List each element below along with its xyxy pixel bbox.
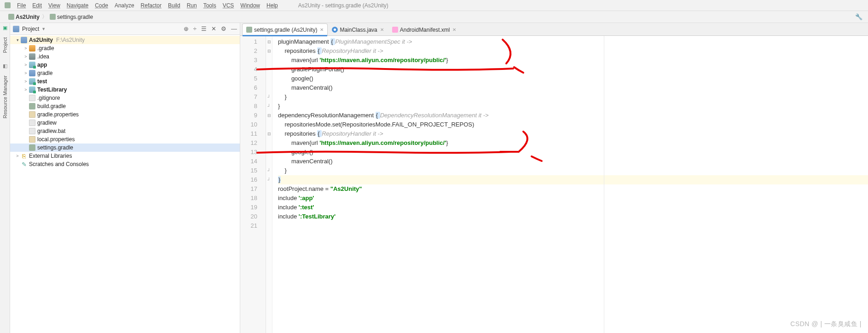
menu-navigate[interactable]: Navigate <box>67 2 88 9</box>
tree-item[interactable]: >.idea <box>10 52 240 61</box>
code-line[interactable]: repositories { RepositoryHandler it -> <box>278 129 868 138</box>
chevron-right-icon[interactable]: > <box>23 71 29 75</box>
tree-item[interactable]: >test <box>10 77 240 86</box>
tree-item[interactable]: >.gradle <box>10 44 240 52</box>
menu-run[interactable]: Run <box>187 2 197 9</box>
code-line[interactable]: include ':test' <box>278 203 868 212</box>
menu-refactor[interactable]: Refactor <box>141 2 162 9</box>
editor-tab[interactable]: AndroidManifest.xml✕ <box>388 23 461 35</box>
minimize-icon[interactable]: — <box>231 25 237 32</box>
chevron-right-icon[interactable]: > <box>23 63 29 67</box>
fold-toggle-icon[interactable]: ⊟ <box>266 111 272 120</box>
tree-item-label: build.gradle <box>37 103 66 109</box>
code-line[interactable]: pluginManagement { PluginManagementSpec … <box>278 37 868 46</box>
tab-project[interactable]: Project <box>1 34 9 56</box>
code-line[interactable]: include ':app' <box>278 194 868 203</box>
code-line[interactable]: gradlePluginPortal() <box>278 65 868 74</box>
code-line[interactable]: } <box>278 92 868 102</box>
tree-item[interactable]: >settings.gradle <box>10 144 240 152</box>
code-line[interactable]: repositories { RepositoryHandler it -> <box>278 46 868 56</box>
code-content[interactable]: pluginManagement { PluginManagementSpec … <box>272 36 868 333</box>
code-line[interactable]: repositoriesMode.set(RepositoriesMode.FA… <box>278 120 868 129</box>
tab-resource-manager[interactable]: Resource Manager <box>1 73 9 121</box>
tree-item-label: settings.gradle <box>37 144 73 151</box>
expand-all-icon[interactable]: ÷ <box>193 25 197 32</box>
prop-icon <box>29 136 35 143</box>
chevron-right-icon[interactable]: > <box>23 79 29 84</box>
menu-view[interactable]: View <box>48 2 60 9</box>
chevron-down-icon[interactable]: ▾ <box>15 38 20 42</box>
code-line[interactable]: dependencyResolutionManagement { Depende… <box>278 111 868 120</box>
settings-gear-icon[interactable]: ⚙ <box>221 25 226 32</box>
code-line[interactable]: google() <box>278 74 868 83</box>
tree-root[interactable]: ▾ As2Unity F:\As2Unity <box>10 36 240 44</box>
tree-item-label: Scratches and Consoles <box>29 161 89 167</box>
code-line[interactable]: mavenCentral() <box>278 157 868 166</box>
menu-help[interactable]: Help <box>266 2 278 9</box>
tree-item[interactable]: >⎘External Libraries <box>10 152 240 160</box>
tree-item[interactable]: >app <box>10 61 240 69</box>
code-line[interactable]: rootProject.name = "As2Unity" <box>278 184 868 194</box>
tree-item[interactable]: >build.gradle <box>10 102 240 110</box>
collapse-icon[interactable]: ☰ <box>201 25 207 32</box>
code-line[interactable]: mavenCentral() <box>278 83 868 92</box>
code-editor[interactable]: 123456789101112131415161718192021 ⊟⊟┘┘⊟⊟… <box>240 36 868 333</box>
tree-item[interactable]: >gradlew.bat <box>10 127 240 135</box>
hide-icon[interactable]: ✕ <box>211 25 216 32</box>
java-file-icon <box>332 27 338 33</box>
project-tree[interactable]: ▾ As2Unity F:\As2Unity >.gradle>.idea>ap… <box>10 35 240 333</box>
code-line[interactable]: google() <box>278 148 868 157</box>
chevron-right-icon[interactable]: > <box>23 54 29 59</box>
code-line[interactable]: include ':TestLibrary' <box>278 212 868 221</box>
close-icon[interactable]: ✕ <box>452 27 456 32</box>
tree-item-label: test <box>37 78 47 85</box>
fold-spacer <box>266 221 272 230</box>
fold-toggle-icon[interactable]: ⊟ <box>266 37 272 46</box>
editor-tab[interactable]: settings.gradle (As2Unity)✕ <box>242 23 328 35</box>
fold-column[interactable]: ⊟⊟┘┘⊟⊟┘┘ <box>266 36 272 333</box>
tree-item[interactable]: >.gitignore <box>10 94 240 102</box>
code-line[interactable]: } <box>278 166 868 175</box>
close-icon[interactable]: ✕ <box>380 27 384 32</box>
code-line[interactable] <box>278 221 868 230</box>
select-opened-file-icon[interactable]: ⊕ <box>184 25 189 32</box>
build-tool-icon[interactable]: 🔧 <box>855 13 862 20</box>
fold-spacer <box>266 138 272 148</box>
tree-item[interactable]: >TestLibrary <box>10 86 240 94</box>
fold-toggle-icon[interactable]: ⊟ <box>266 46 272 56</box>
tree-item[interactable]: >gradlew <box>10 119 240 127</box>
code-line[interactable]: } <box>278 175 868 184</box>
menu-edit[interactable]: Edit <box>32 2 42 9</box>
menu-code[interactable]: Code <box>95 2 108 9</box>
menu-window[interactable]: Window <box>240 2 260 9</box>
chevron-down-icon[interactable]: ▼ <box>41 27 46 31</box>
project-tool-icon[interactable]: ▣ <box>3 25 7 31</box>
right-margin-guide <box>604 36 604 333</box>
menu-vcs[interactable]: VCS <box>223 2 234 9</box>
resource-manager-icon[interactable]: ◧ <box>3 63 7 69</box>
menu-build[interactable]: Build <box>168 2 180 9</box>
editor-tab[interactable]: MainClass.java✕ <box>328 23 388 35</box>
menu-file[interactable]: File <box>17 2 26 9</box>
chevron-right-icon[interactable]: > <box>23 46 29 51</box>
menu-tools[interactable]: Tools <box>203 2 216 9</box>
chevron-right-icon[interactable]: > <box>23 87 29 92</box>
code-line[interactable]: } <box>278 102 868 111</box>
breadcrumb-file[interactable]: settings.gradle <box>50 14 93 20</box>
chevron-right-icon[interactable]: > <box>15 154 20 158</box>
project-icon <box>8 14 14 20</box>
tree-item[interactable]: >gradle <box>10 69 240 77</box>
tab-label: settings.gradle (As2Unity) <box>254 27 317 33</box>
elephant-icon <box>29 144 35 151</box>
tree-item[interactable]: >gradle.properties <box>10 110 240 119</box>
breadcrumb-file-label: settings.gradle <box>57 14 93 20</box>
menu-analyze[interactable]: Analyze <box>115 2 134 9</box>
code-line[interactable]: maven{url 'https://maven.aliyun.com/repo… <box>278 56 868 65</box>
code-line[interactable]: maven{url 'https://maven.aliyun.com/repo… <box>278 138 868 148</box>
tree-item[interactable]: >✎Scratches and Consoles <box>10 160 240 168</box>
breadcrumb-root[interactable]: As2Unity <box>8 14 40 20</box>
tree-item[interactable]: >local.properties <box>10 135 240 144</box>
fold-toggle-icon[interactable]: ⊟ <box>266 129 272 138</box>
close-icon[interactable]: ✕ <box>320 27 324 32</box>
gradle-icon <box>50 14 56 20</box>
